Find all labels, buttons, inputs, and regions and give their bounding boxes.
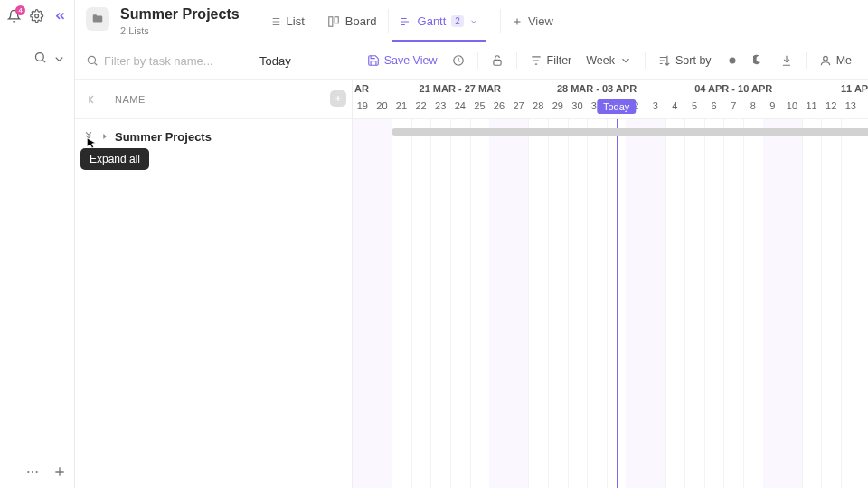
timeline-day-label: 23	[430, 100, 450, 111]
save-view-label: Save View	[384, 54, 438, 67]
view-gantt[interactable]: Gantt 2	[388, 9, 489, 33]
timeline-week-label: AR	[354, 83, 369, 94]
timeline-day-label: 28	[528, 100, 548, 111]
more-icon[interactable]	[25, 465, 40, 479]
sortby-label: Sort by	[675, 54, 712, 67]
svg-point-3	[32, 471, 33, 473]
timeline-day-label: 8	[743, 100, 763, 111]
timeline-day-label: 13	[841, 100, 861, 111]
timeline-day-label: 26	[489, 100, 509, 111]
today-chip: Today	[597, 99, 636, 114]
collapse-sidebar-icon[interactable]	[53, 9, 67, 25]
svg-rect-8	[493, 60, 500, 65]
timeline-day-label: 22	[411, 100, 431, 111]
search-icon	[86, 54, 99, 67]
filter-label: Filter	[547, 54, 572, 67]
notifications-icon[interactable]: 4	[7, 9, 21, 25]
svg-rect-6	[335, 16, 338, 23]
timeline-day-label: 25	[470, 100, 490, 111]
svg-point-4	[36, 471, 38, 473]
timeline-week-label: 28 MAR - 03 APR	[557, 83, 637, 94]
notifications-badge: 4	[15, 5, 25, 15]
save-view-button[interactable]: Save View	[362, 51, 443, 70]
add-icon[interactable]	[52, 465, 67, 479]
timeline-day-label: 6	[704, 100, 724, 111]
tree-row-label: Summer Projects	[115, 130, 212, 144]
theme-button[interactable]	[748, 51, 771, 70]
timeline-day-label: 11	[802, 100, 822, 111]
timeline-day-label: 30	[568, 100, 588, 111]
timeline-day-label: 3	[646, 100, 665, 111]
view-list[interactable]: List	[258, 9, 316, 33]
caret-right-icon[interactable]	[100, 132, 109, 141]
rail-search-chevron-icon[interactable]	[52, 52, 63, 63]
tree-row[interactable]: Summer Projects	[75, 125, 352, 148]
me-label: Me	[836, 54, 852, 67]
timeline-day-label: 12	[821, 100, 841, 111]
name-column-header: NAME	[115, 94, 146, 105]
view-gantt-label: Gantt	[418, 14, 447, 28]
timeline-day-label: 27	[509, 100, 529, 111]
today-button[interactable]: Today	[252, 51, 298, 71]
timeline-day-label: 24	[450, 100, 470, 111]
gantt-chart[interactable]: AR21 MAR - 27 MAR28 MAR - 03 APR04 APR -…	[353, 80, 868, 488]
timeline-day-label: 7	[723, 100, 743, 111]
svg-point-1	[36, 53, 44, 61]
svg-point-10	[823, 56, 827, 61]
timeline-week-label: 21 MAR - 27 MAR	[420, 83, 501, 94]
today-marker: Today	[617, 119, 618, 488]
view-list-label: List	[287, 14, 305, 28]
page-subtitle: 2 Lists	[120, 25, 240, 36]
collapse-tree-icon[interactable]	[84, 92, 99, 107]
zoom-select[interactable]: Week	[580, 51, 637, 70]
expand-all-icon[interactable]	[82, 130, 95, 143]
palette-button[interactable]	[721, 51, 744, 70]
add-column-button[interactable]	[330, 90, 346, 107]
timeline-week-label: 04 APR - 10 APR	[694, 83, 772, 94]
chevron-down-icon	[469, 17, 478, 26]
timeline-day-label: 29	[548, 100, 568, 111]
task-filter-input[interactable]	[104, 54, 240, 68]
folder-icon[interactable]	[86, 7, 109, 31]
timeline-day-label: 9	[763, 100, 783, 111]
view-gantt-count: 2	[451, 15, 464, 27]
timeline-day-label: 21	[392, 100, 411, 111]
tooltip: Expand all	[80, 148, 149, 170]
svg-point-9	[729, 58, 735, 64]
add-view-button[interactable]: View	[500, 9, 564, 33]
timeline-week-label: 11 APR	[841, 83, 868, 94]
timeline-day-label: 10	[782, 100, 802, 111]
task-tree: NAME Summer Projects Expand all	[75, 80, 353, 488]
page-title: Summer Projects	[120, 5, 240, 23]
sortby-button[interactable]: Sort by	[653, 51, 717, 70]
rail-search-icon[interactable]	[33, 51, 47, 64]
view-board[interactable]: Board	[316, 9, 388, 33]
download-button[interactable]	[775, 51, 798, 70]
svg-point-7	[88, 56, 95, 63]
toolbar: Today Save View Filter Week	[75, 42, 868, 80]
svg-point-2	[27, 471, 29, 473]
view-board-label: Board	[345, 14, 377, 28]
chevron-down-icon	[619, 54, 632, 67]
history-button[interactable]	[447, 51, 470, 70]
timeline-day-label: 5	[684, 100, 704, 111]
svg-rect-5	[329, 16, 333, 26]
settings-icon[interactable]	[30, 9, 43, 25]
filter-button[interactable]: Filter	[524, 51, 578, 70]
lock-button[interactable]	[486, 51, 509, 70]
svg-point-0	[35, 14, 39, 18]
timeline-day-label: 20	[373, 100, 392, 111]
timeline-day-label: 4	[665, 100, 685, 111]
zoom-label: Week	[586, 54, 615, 67]
gantt-bar[interactable]	[392, 128, 868, 136]
left-rail: 4	[0, 0, 75, 488]
me-button[interactable]: Me	[814, 51, 857, 70]
page-header: Summer Projects 2 Lists List Board Gantt…	[75, 0, 868, 36]
timeline-day-label: 19	[353, 100, 373, 111]
add-view-label: View	[528, 14, 553, 28]
